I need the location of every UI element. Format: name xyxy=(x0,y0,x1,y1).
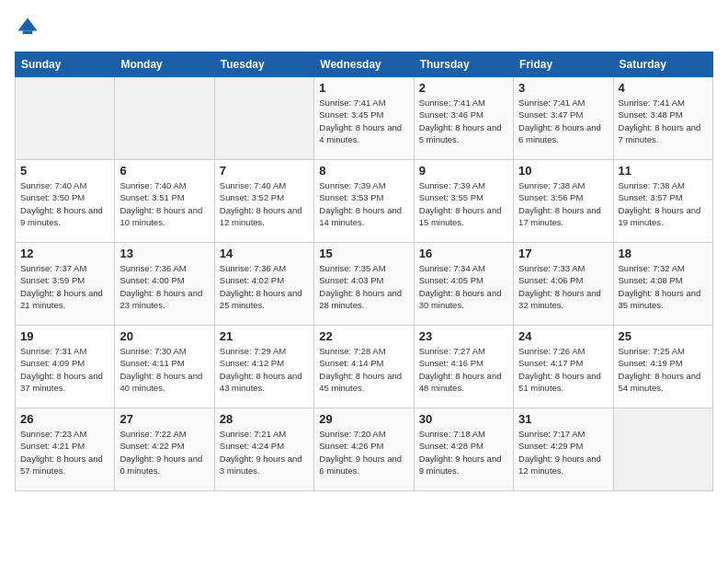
calendar-cell: 5Sunrise: 7:40 AM Sunset: 3:50 PM Daylig… xyxy=(16,160,115,243)
calendar-cell: 10Sunrise: 7:38 AM Sunset: 3:56 PM Dayli… xyxy=(514,160,613,243)
weekday-header-thursday: Thursday xyxy=(414,52,513,77)
calendar-cell: 1Sunrise: 7:41 AM Sunset: 3:45 PM Daylig… xyxy=(314,77,414,160)
calendar-cell: 8Sunrise: 7:39 AM Sunset: 3:53 PM Daylig… xyxy=(314,160,414,243)
day-info: Sunrise: 7:35 AM Sunset: 4:03 PM Dayligh… xyxy=(319,262,408,311)
weekday-header-friday: Friday xyxy=(514,52,613,77)
calendar-cell xyxy=(115,77,214,160)
day-number: 12 xyxy=(20,247,109,260)
day-info: Sunrise: 7:41 AM Sunset: 3:45 PM Dayligh… xyxy=(319,97,408,145)
day-info: Sunrise: 7:20 AM Sunset: 4:26 PM Dayligh… xyxy=(319,428,408,477)
calendar-cell: 6Sunrise: 7:40 AM Sunset: 3:51 PM Daylig… xyxy=(115,160,214,243)
day-info: Sunrise: 7:23 AM Sunset: 4:21 PM Dayligh… xyxy=(20,428,109,477)
calendar-cell: 23Sunrise: 7:27 AM Sunset: 4:16 PM Dayli… xyxy=(414,326,513,408)
day-number: 20 xyxy=(119,329,209,343)
day-info: Sunrise: 7:18 AM Sunset: 4:28 PM Dayligh… xyxy=(419,428,508,477)
day-info: Sunrise: 7:31 AM Sunset: 4:09 PM Dayligh… xyxy=(20,345,109,394)
calendar-cell: 28Sunrise: 7:21 AM Sunset: 4:24 PM Dayli… xyxy=(214,408,313,491)
day-number: 6 xyxy=(119,164,209,178)
day-number: 2 xyxy=(419,81,508,95)
calendar-cell: 22Sunrise: 7:28 AM Sunset: 4:14 PM Dayli… xyxy=(314,326,414,408)
day-info: Sunrise: 7:41 AM Sunset: 3:46 PM Dayligh… xyxy=(419,97,508,145)
day-info: Sunrise: 7:32 AM Sunset: 4:08 PM Dayligh… xyxy=(619,262,708,311)
day-info: Sunrise: 7:40 AM Sunset: 3:52 PM Dayligh… xyxy=(220,179,309,228)
day-info: Sunrise: 7:40 AM Sunset: 3:51 PM Dayligh… xyxy=(119,179,209,228)
weekday-header-saturday: Saturday xyxy=(613,52,712,77)
weekday-header-sunday: Sunday xyxy=(16,52,115,77)
day-info: Sunrise: 7:38 AM Sunset: 3:57 PM Dayligh… xyxy=(619,179,708,228)
day-number: 25 xyxy=(619,329,708,343)
svg-rect-1 xyxy=(23,31,33,35)
day-info: Sunrise: 7:21 AM Sunset: 4:24 PM Dayligh… xyxy=(220,428,309,477)
calendar-cell: 30Sunrise: 7:18 AM Sunset: 4:28 PM Dayli… xyxy=(414,408,513,491)
day-info: Sunrise: 7:39 AM Sunset: 3:53 PM Dayligh… xyxy=(319,179,408,228)
day-number: 4 xyxy=(619,81,708,95)
day-info: Sunrise: 7:28 AM Sunset: 4:14 PM Dayligh… xyxy=(319,345,408,394)
day-info: Sunrise: 7:25 AM Sunset: 4:19 PM Dayligh… xyxy=(619,345,708,394)
day-number: 31 xyxy=(518,412,608,426)
day-info: Sunrise: 7:17 AM Sunset: 4:29 PM Dayligh… xyxy=(518,428,608,477)
day-number: 13 xyxy=(119,247,209,260)
calendar-cell: 25Sunrise: 7:25 AM Sunset: 4:19 PM Dayli… xyxy=(613,326,712,408)
day-number: 23 xyxy=(419,329,508,343)
day-info: Sunrise: 7:41 AM Sunset: 3:48 PM Dayligh… xyxy=(619,97,708,145)
calendar-cell: 14Sunrise: 7:36 AM Sunset: 4:02 PM Dayli… xyxy=(214,243,313,326)
day-number: 14 xyxy=(220,247,309,260)
day-info: Sunrise: 7:27 AM Sunset: 4:16 PM Dayligh… xyxy=(419,345,508,394)
day-info: Sunrise: 7:26 AM Sunset: 4:17 PM Dayligh… xyxy=(518,345,608,394)
day-number: 16 xyxy=(419,247,508,260)
calendar-cell: 27Sunrise: 7:22 AM Sunset: 4:22 PM Dayli… xyxy=(115,408,214,491)
calendar-cell: 9Sunrise: 7:39 AM Sunset: 3:55 PM Daylig… xyxy=(414,160,513,243)
day-info: Sunrise: 7:36 AM Sunset: 4:02 PM Dayligh… xyxy=(220,262,309,311)
calendar-cell: 4Sunrise: 7:41 AM Sunset: 3:48 PM Daylig… xyxy=(613,77,712,160)
calendar-cell xyxy=(613,408,712,491)
calendar-cell: 12Sunrise: 7:37 AM Sunset: 3:59 PM Dayli… xyxy=(16,243,115,326)
calendar-cell: 16Sunrise: 7:34 AM Sunset: 4:05 PM Dayli… xyxy=(414,243,513,326)
day-number: 8 xyxy=(319,164,408,178)
day-info: Sunrise: 7:36 AM Sunset: 4:00 PM Dayligh… xyxy=(119,262,209,311)
calendar-cell: 15Sunrise: 7:35 AM Sunset: 4:03 PM Dayli… xyxy=(314,243,414,326)
calendar-cell: 11Sunrise: 7:38 AM Sunset: 3:57 PM Dayli… xyxy=(613,160,712,243)
day-info: Sunrise: 7:39 AM Sunset: 3:55 PM Dayligh… xyxy=(419,179,508,228)
day-info: Sunrise: 7:41 AM Sunset: 3:47 PM Dayligh… xyxy=(518,97,608,145)
day-info: Sunrise: 7:37 AM Sunset: 3:59 PM Dayligh… xyxy=(20,262,109,311)
day-number: 27 xyxy=(119,412,209,426)
calendar-cell: 17Sunrise: 7:33 AM Sunset: 4:06 PM Dayli… xyxy=(514,243,613,326)
day-info: Sunrise: 7:34 AM Sunset: 4:05 PM Dayligh… xyxy=(419,262,508,311)
calendar-cell: 7Sunrise: 7:40 AM Sunset: 3:52 PM Daylig… xyxy=(214,160,313,243)
day-number: 5 xyxy=(20,164,109,178)
day-number: 21 xyxy=(220,329,309,343)
day-number: 26 xyxy=(20,412,109,426)
calendar-cell: 21Sunrise: 7:29 AM Sunset: 4:12 PM Dayli… xyxy=(214,326,313,408)
day-number: 11 xyxy=(619,164,708,178)
day-number: 17 xyxy=(518,247,608,260)
day-info: Sunrise: 7:33 AM Sunset: 4:06 PM Dayligh… xyxy=(518,262,608,311)
calendar-cell: 2Sunrise: 7:41 AM Sunset: 3:46 PM Daylig… xyxy=(414,77,513,160)
day-number: 28 xyxy=(220,412,309,426)
day-number: 22 xyxy=(319,329,408,343)
calendar-cell: 31Sunrise: 7:17 AM Sunset: 4:29 PM Dayli… xyxy=(514,408,613,491)
day-number: 29 xyxy=(319,412,408,426)
page-header xyxy=(15,15,713,40)
day-number: 7 xyxy=(220,164,309,178)
weekday-header-tuesday: Tuesday xyxy=(214,52,313,77)
calendar-cell: 18Sunrise: 7:32 AM Sunset: 4:08 PM Dayli… xyxy=(613,243,712,326)
calendar-cell: 29Sunrise: 7:20 AM Sunset: 4:26 PM Dayli… xyxy=(314,408,414,491)
calendar-cell: 26Sunrise: 7:23 AM Sunset: 4:21 PM Dayli… xyxy=(16,408,115,491)
day-number: 3 xyxy=(518,81,608,95)
weekday-header-monday: Monday xyxy=(115,52,214,77)
svg-marker-0 xyxy=(18,18,38,31)
day-number: 1 xyxy=(319,81,408,95)
calendar-cell xyxy=(214,77,313,160)
calendar-table: SundayMondayTuesdayWednesdayThursdayFrid… xyxy=(15,52,713,491)
logo xyxy=(15,15,44,40)
day-number: 18 xyxy=(619,247,708,260)
day-number: 15 xyxy=(319,247,408,260)
day-number: 30 xyxy=(419,412,508,426)
day-info: Sunrise: 7:30 AM Sunset: 4:11 PM Dayligh… xyxy=(119,345,209,394)
calendar-cell: 3Sunrise: 7:41 AM Sunset: 3:47 PM Daylig… xyxy=(514,77,613,160)
calendar-cell: 24Sunrise: 7:26 AM Sunset: 4:17 PM Dayli… xyxy=(514,326,613,408)
day-number: 9 xyxy=(419,164,508,178)
day-info: Sunrise: 7:38 AM Sunset: 3:56 PM Dayligh… xyxy=(518,179,608,228)
calendar-cell: 20Sunrise: 7:30 AM Sunset: 4:11 PM Dayli… xyxy=(115,326,214,408)
day-number: 24 xyxy=(518,329,608,343)
